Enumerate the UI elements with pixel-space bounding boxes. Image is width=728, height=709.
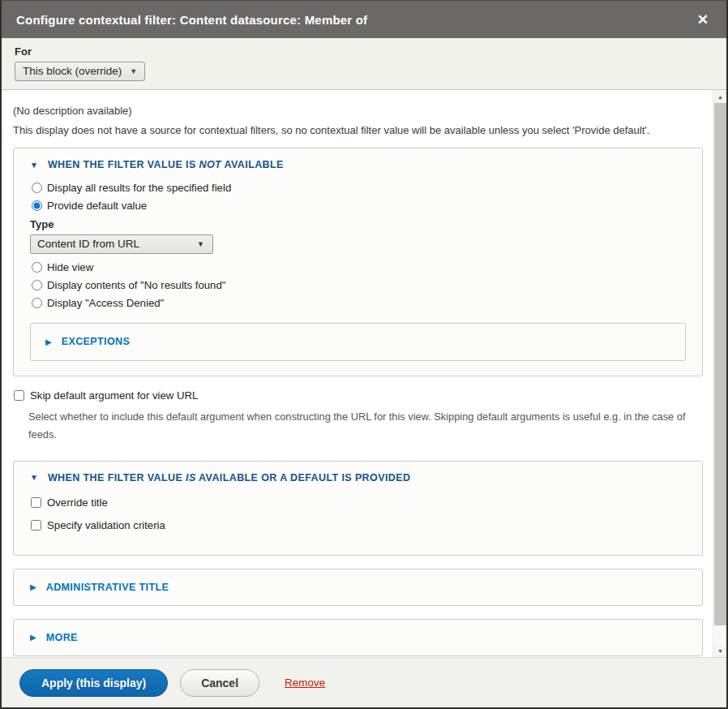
configure-contextual-filter-dialog: Configure contextual filter: Content dat… [0,0,728,709]
fieldset-is-available-toggle[interactable]: ▼ WHEN THE FILTER VALUE IS AVAILABLE OR … [30,472,686,483]
type-label: Type [30,218,686,230]
for-section: For This block (override) ▼ [2,38,726,90]
specify-validation-checkbox[interactable] [31,520,41,531]
dialog-titlebar: Configure contextual filter: Content dat… [2,1,726,38]
fieldset-is-available: ▼ WHEN THE FILTER VALUE IS AVAILABLE OR … [13,461,703,556]
scrollbar-thumb[interactable] [714,103,726,625]
triangle-right-icon: ▶ [30,582,36,591]
fieldset-not-available: ▼ WHEN THE FILTER VALUE IS NOT AVAILABLE… [13,148,703,376]
fieldset-administrative-title: ▶ ADMINISTRATIVE TITLE [13,569,703,606]
dialog-content: (No description available) This display … [2,90,726,657]
specify-validation-row: Specify validation criteria [30,519,686,531]
fieldset-not-available-toggle[interactable]: ▼ WHEN THE FILTER VALUE IS NOT AVAILABLE [30,159,686,170]
triangle-right-icon: ▶ [45,337,52,346]
skip-default-description: Select whether to include this default a… [28,408,701,445]
type-select[interactable]: Content ID from URL ▼ [30,234,213,254]
dialog-footer: Apply (this display) Cancel Remove [2,657,726,707]
radio-provide-default-value[interactable] [32,200,42,211]
radio-row-no-results: Display contents of "No results found" [30,279,686,291]
radio-display-access-denied[interactable] [32,298,42,308]
scroll-down-icon[interactable]: ▼ [713,644,726,657]
radio-row-display-all: Display all results for the specified fi… [30,182,686,194]
chevron-down-icon: ▼ [197,240,204,248]
no-description-text: (No description available) [13,105,703,117]
radio-label[interactable]: Provide default value [47,200,147,212]
radio-row-provide-default: Provide default value [30,200,686,212]
close-icon[interactable]: ✕ [694,11,712,28]
fieldset-administrative-title-text: ADMINISTRATIVE TITLE [46,582,169,593]
radio-display-all-results[interactable] [32,183,42,193]
skip-default-row: Skip default argument for view URL [14,389,703,402]
apply-button[interactable]: Apply (this display) [19,669,168,697]
fieldset-exceptions: ▶ EXCEPTIONS [30,323,686,361]
scroll-up-icon[interactable]: ▲ [713,90,726,103]
override-title-checkbox[interactable] [31,497,41,508]
fieldset-exceptions-toggle[interactable]: ▶ EXCEPTIONS [45,336,670,347]
checkbox-label[interactable]: Override title [47,496,108,509]
override-title-row: Override title [30,496,686,509]
chevron-down-icon: ▼ [130,67,137,75]
fieldset-not-available-title: WHEN THE FILTER VALUE IS NOT AVAILABLE [48,159,284,170]
radio-label[interactable]: Display "Access Denied" [47,297,164,309]
cancel-button[interactable]: Cancel [180,669,259,697]
for-select-value: This block (override) [23,65,122,77]
radio-hide-view[interactable] [32,262,42,273]
vertical-scrollbar[interactable]: ▲ ▼ [713,90,726,657]
fieldset-more-toggle[interactable]: ▶ MORE [30,632,686,643]
triangle-down-icon: ▼ [30,161,38,170]
checkbox-label[interactable]: Specify validation criteria [47,519,165,531]
fieldset-administrative-title-toggle[interactable]: ▶ ADMINISTRATIVE TITLE [30,582,686,593]
for-label: For [15,45,713,58]
triangle-down-icon: ▼ [30,473,38,482]
triangle-right-icon: ▶ [30,633,36,642]
radio-label[interactable]: Display all results for the specified fi… [47,182,231,194]
radio-display-no-results[interactable] [32,280,42,290]
fieldset-more: ▶ MORE [13,619,703,656]
source-note-text: This display does not have a source for … [13,124,703,136]
skip-default-checkbox[interactable] [14,390,24,401]
type-select-value: Content ID from URL [37,238,139,250]
radio-label[interactable]: Display contents of "No results found" [47,279,225,291]
remove-link[interactable]: Remove [285,677,325,689]
radio-label[interactable]: Hide view [47,261,93,273]
skip-default-label[interactable]: Skip default argument for view URL [30,389,198,402]
radio-row-hide-view: Hide view [30,261,686,273]
dialog-title: Configure contextual filter: Content dat… [16,13,694,27]
radio-row-access-denied: Display "Access Denied" [30,297,686,309]
fieldset-is-available-title: WHEN THE FILTER VALUE IS AVAILABLE OR A … [48,472,410,483]
fieldset-more-title: MORE [46,632,78,643]
for-display-select[interactable]: This block (override) ▼ [15,62,145,81]
fieldset-exceptions-title: EXCEPTIONS [62,336,131,347]
